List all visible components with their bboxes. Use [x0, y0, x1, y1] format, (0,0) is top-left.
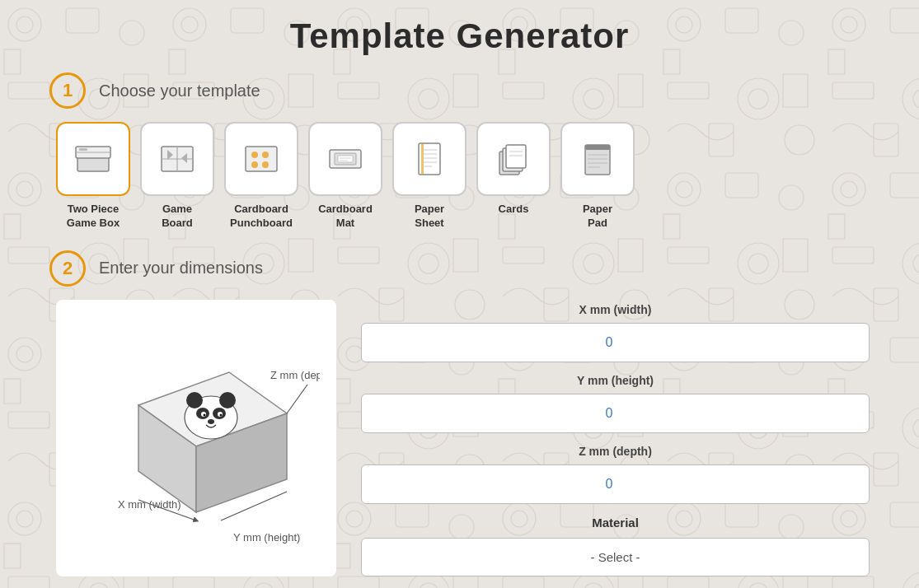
svg-text:X mm (width): X mm (width): [118, 498, 181, 511]
template-name-paper-sheet: PaperSheet: [415, 203, 444, 231]
x-input[interactable]: [361, 323, 870, 362]
svg-rect-28: [506, 145, 526, 168]
y-label: Y mm (height): [361, 374, 870, 387]
template-name-game-board: GameBoard: [162, 203, 193, 231]
template-item-two-piece-game-box[interactable]: Two PieceGame Box: [56, 122, 130, 231]
paper-sheet-icon: [407, 137, 452, 181]
template-icon-box-two-piece-game-box[interactable]: [56, 122, 130, 196]
cardboard-punchboard-icon: [239, 137, 284, 181]
svg-rect-16: [338, 156, 353, 162]
step2-header: 2 Enter your dimensions: [49, 250, 870, 287]
svg-point-49: [208, 419, 214, 424]
svg-point-48: [220, 413, 223, 416]
paper-pad-icon: [575, 137, 620, 181]
step1-circle: 1: [49, 72, 86, 109]
svg-point-42: [219, 392, 236, 408]
svg-line-54: [287, 385, 307, 413]
template-icon-box-game-board[interactable]: [140, 122, 214, 196]
template-item-cardboard-mat[interactable]: CardboardMat: [308, 122, 382, 231]
z-input[interactable]: [361, 464, 870, 504]
step2-label: Enter your dimensions: [99, 259, 263, 278]
template-icon-box-cards[interactable]: [476, 122, 551, 196]
template-icon-box-cardboard-mat[interactable]: [308, 122, 382, 196]
svg-point-12: [251, 161, 258, 168]
svg-point-11: [262, 152, 269, 158]
page-title: Template Generator: [49, 16, 870, 56]
box-3d-illustration: X mm (width) Y mm (height) Z mm (depth): [73, 323, 320, 553]
template-name-two-piece-game-box: Two PieceGame Box: [67, 203, 120, 231]
material-label: Material: [361, 516, 870, 530]
template-name-cards: Cards: [499, 203, 529, 217]
svg-point-10: [251, 152, 258, 158]
dimension-form: X mm (width) Y mm (height) Z mm (depth) …: [361, 300, 870, 576]
game-board-icon: [155, 137, 199, 181]
template-item-game-board[interactable]: GameBoard: [140, 122, 214, 231]
svg-text:Y mm (height): Y mm (height): [233, 531, 300, 544]
template-item-cardboard-punchboard[interactable]: CardboardPunchboard: [224, 122, 298, 231]
template-icon-box-paper-sheet[interactable]: [392, 122, 467, 196]
dimensions-section: X mm (width) Y mm (height) Z mm (depth): [56, 300, 870, 576]
svg-text:Z mm (depth): Z mm (depth): [270, 369, 320, 381]
svg-rect-3: [79, 148, 87, 151]
template-grid: Two PieceGame Box GameBoard: [56, 122, 870, 231]
template-item-cards[interactable]: Cards: [476, 122, 551, 231]
template-item-paper-sheet[interactable]: PaperSheet: [392, 122, 467, 231]
step1-label: Choose your template: [99, 82, 260, 100]
box-svg: X mm (width) Y mm (height) Z mm (depth): [73, 323, 320, 553]
step2-circle: 2: [49, 250, 86, 287]
material-select[interactable]: - Select - Corrugated Chipboard Kraft: [361, 538, 870, 576]
svg-point-13: [262, 161, 269, 168]
template-icon-box-cardboard-punchboard[interactable]: [224, 122, 298, 196]
cardboard-mat-icon: [323, 137, 368, 181]
y-input[interactable]: [361, 394, 870, 433]
svg-point-47: [204, 413, 206, 416]
z-label: Z mm (depth): [361, 445, 870, 458]
template-item-paper-pad[interactable]: PaperPad: [560, 122, 635, 231]
svg-rect-20: [421, 143, 424, 175]
template-icon-box-paper-pad[interactable]: [560, 122, 635, 196]
cards-icon: [491, 137, 536, 181]
x-label: X mm (width): [361, 303, 870, 316]
two-piece-game-box-icon: [71, 137, 115, 181]
svg-point-41: [186, 392, 203, 408]
step1-header: 1 Choose your template: [49, 72, 870, 109]
template-name-paper-pad: PaperPad: [583, 203, 612, 231]
template-name-cardboard-punchboard: CardboardPunchboard: [230, 203, 293, 231]
svg-rect-32: [585, 145, 610, 150]
template-name-cardboard-mat: CardboardMat: [318, 203, 373, 231]
dimension-illustration: X mm (width) Y mm (height) Z mm (depth): [56, 300, 336, 576]
svg-rect-9: [246, 147, 277, 171]
